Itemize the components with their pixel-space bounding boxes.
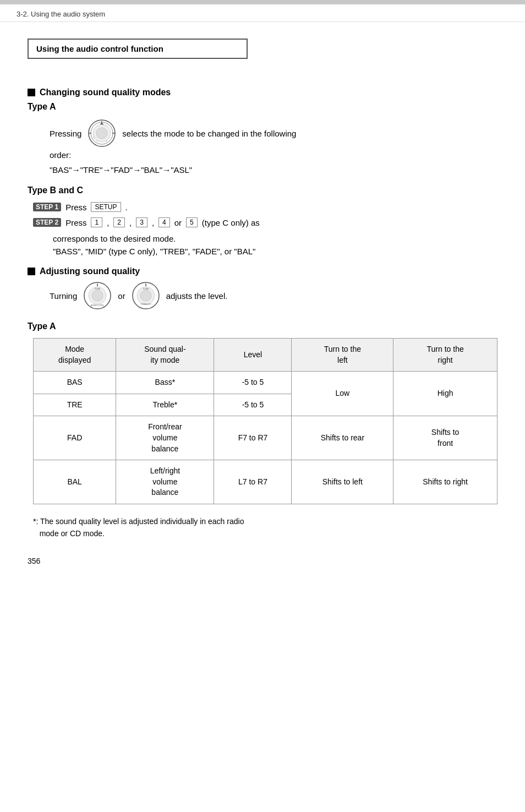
svg-text:TUNE: TUNE	[143, 287, 149, 290]
svg-text:TREBLE/Y: TREBLE/Y	[140, 303, 151, 306]
table-row: BAS	[34, 372, 116, 394]
table-cell-quality: Front/rearvolumebalance	[116, 416, 214, 460]
pressing-line: Pressing AUDIO CTRL TUNE FILE selects th…	[28, 118, 497, 148]
table-cell-left: Shifts to left	[292, 460, 393, 504]
knob-icon-1: AUDIO CTRL TUNE FILE	[87, 118, 117, 148]
col-header-mode: Modedisplayed	[34, 339, 116, 372]
table-cell-quality: Treble*	[116, 394, 214, 416]
table-cell-level: -5 to 5	[214, 372, 292, 394]
svg-point-9	[96, 128, 107, 139]
btn-3: 3	[136, 217, 147, 227]
step2-line2: corresponds to the desired mode.	[53, 233, 497, 246]
table-cell-right: High	[393, 372, 497, 416]
section-box: Using the audio control function	[28, 39, 248, 59]
turning-prefix: Turning	[50, 291, 77, 301]
step2-note: (type C only) as	[202, 218, 260, 227]
step2-details: corresponds to the desired mode. "BASS",…	[28, 233, 497, 258]
table-cell-level: L7 to R7	[214, 460, 292, 504]
comma3: ,	[152, 218, 154, 227]
table-row: TRE	[34, 394, 116, 416]
turning-line: Turning TUNE AUDIO CTRL or TUNE TREBLE/Y…	[28, 281, 497, 310]
table-cell-quality: Bass*	[116, 372, 214, 394]
table-cell-right: Shifts tofront	[393, 416, 497, 460]
step2-line3: "BASS", "MID" (type C only), "TREB", "FA…	[53, 246, 497, 258]
page-number: 356	[28, 557, 497, 565]
step2-line: STEP 2 Press 1 , 2 , 3 , 4 or 5 (type C …	[28, 217, 497, 227]
step2-badge: STEP 2	[33, 218, 61, 227]
svg-text:AUDIO CTRL: AUDIO CTRL	[91, 304, 105, 307]
bullet-icon	[28, 89, 35, 96]
step1-line: STEP 1 Press SETUP .	[28, 202, 497, 212]
type-bc-label: Type B and C	[28, 186, 497, 195]
pressing-selects-text: selects the mode to be changed in the fo…	[122, 129, 296, 138]
section-title: Using the audio control function	[36, 44, 163, 53]
btn-4: 4	[158, 217, 170, 227]
table-cell-level: -5 to 5	[214, 394, 292, 416]
btn-5: 5	[186, 217, 198, 227]
svg-point-18	[140, 290, 151, 301]
step1-text: Press	[65, 203, 86, 212]
comma2: ,	[129, 218, 132, 227]
btn-2: 2	[113, 217, 125, 227]
subsection-adjusting: Adjusting sound quality	[28, 266, 497, 276]
type-a-label: Type A	[28, 102, 497, 112]
subsection-changing-sound-quality: Changing sound quality modes	[28, 88, 497, 97]
table-cell-level: F7 to R7	[214, 416, 292, 460]
main-content: Using the audio control function Changin…	[0, 22, 525, 587]
step1-period: .	[125, 203, 128, 212]
svg-text:TUNE: TUNE	[95, 287, 101, 290]
col-header-level: Level	[214, 339, 292, 372]
col-header-right: Turn to theright	[393, 339, 497, 372]
order-line: order:	[28, 150, 497, 160]
sound-quality-table: Modedisplayed Sound qual-ity mode Level …	[33, 338, 497, 504]
top-bar	[0, 0, 525, 4]
svg-point-12	[92, 290, 103, 301]
knob-icon-2: TUNE AUDIO CTRL	[83, 281, 112, 310]
subsection-label: Changing sound quality modes	[40, 88, 171, 97]
step1-badge: STEP 1	[33, 203, 61, 211]
table-row: BAL	[34, 460, 116, 504]
table-cell-quality: Left/rightvolumebalance	[116, 460, 214, 504]
step2-or: or	[174, 218, 182, 227]
turning-suffix: adjusts the level.	[166, 291, 228, 301]
btn-1: 1	[91, 217, 102, 227]
knob-icon-3: TUNE TREBLE/Y	[131, 281, 161, 310]
bullet-icon-2	[28, 268, 35, 275]
footnote-text: *: The sound quality level is adjusted i…	[33, 517, 244, 538]
setup-button-label: SETUP	[91, 202, 121, 212]
type-a-label-2: Type A	[28, 321, 497, 331]
table-cell-left: Low	[292, 372, 393, 416]
adjusting-label: Adjusting sound quality	[40, 266, 140, 276]
mode-sequence: "BAS"→"TRE"→"FAD"→"BAL"→"ASL"	[28, 165, 497, 175]
step2-text: Press	[65, 218, 86, 227]
col-header-left: Turn to theleft	[292, 339, 393, 372]
breadcrumb: 3-2. Using the audio system	[0, 4, 525, 22]
footnote: *: The sound quality level is adjusted i…	[28, 515, 497, 540]
comma1: ,	[107, 218, 109, 227]
table-cell-right: Shifts to right	[393, 460, 497, 504]
pressing-text-prefix: Pressing	[50, 129, 81, 138]
table-row: FAD	[34, 416, 116, 460]
turning-or: or	[118, 291, 125, 301]
table-cell-left: Shifts to rear	[292, 416, 393, 460]
col-header-quality: Sound qual-ity mode	[116, 339, 214, 372]
